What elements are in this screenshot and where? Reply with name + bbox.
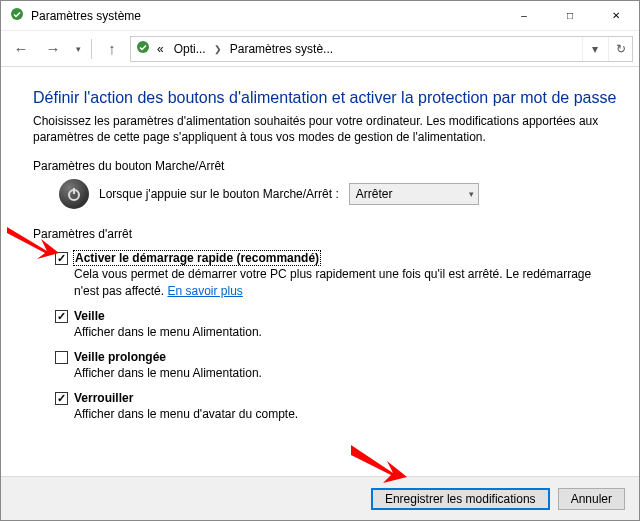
chevron-down-icon: ▾ — [469, 189, 474, 199]
page-heading: Définir l'action des boutons d'alimentat… — [33, 89, 617, 107]
address-dropdown[interactable]: ▾ — [582, 37, 606, 61]
power-button-label: Lorsque j'appuie sur le bouton Marche/Ar… — [99, 187, 339, 201]
checkbox-hibernate[interactable] — [55, 351, 68, 364]
navbar: ← → ▾ ↑ « Opti... ❯ Paramètres systè... … — [1, 31, 639, 67]
save-button[interactable]: Enregistrer les modifications — [371, 488, 550, 510]
power-button-row: Lorsque j'appuie sur le bouton Marche/Ar… — [59, 179, 607, 209]
window-title: Paramètres système — [31, 9, 501, 23]
content-area: Définir l'action des boutons d'alimentat… — [1, 67, 639, 442]
forward-button[interactable]: → — [39, 35, 67, 63]
page-intro: Choisissez les paramètres d'alimentation… — [33, 113, 607, 145]
option-lock: Verrouiller Afficher dans le menu d'avat… — [55, 391, 617, 422]
option-label[interactable]: Veille — [74, 309, 105, 323]
back-button[interactable]: ← — [7, 35, 35, 63]
option-sleep: Veille Afficher dans le menu Alimentatio… — [55, 309, 617, 340]
power-button-action-select[interactable]: Arrêter ▾ — [349, 183, 479, 205]
up-button[interactable]: ↑ — [98, 35, 126, 63]
titlebar: Paramètres système – □ ✕ — [1, 1, 639, 31]
checkbox-fast-startup[interactable] — [55, 252, 68, 265]
breadcrumb-root[interactable]: « — [153, 42, 168, 56]
shutdown-section-label: Paramètres d'arrêt — [33, 227, 617, 241]
breadcrumb-item[interactable]: Paramètres systè... — [226, 42, 337, 56]
learn-more-link[interactable]: En savoir plus — [167, 284, 242, 298]
maximize-button[interactable]: □ — [547, 1, 593, 31]
option-description: Afficher dans le menu Alimentation. — [74, 365, 617, 381]
footer: Enregistrer les modifications Annuler — [1, 476, 639, 520]
option-description: Cela vous permet de démarrer votre PC pl… — [74, 266, 617, 298]
select-value: Arrêter — [356, 187, 393, 201]
history-dropdown[interactable]: ▾ — [71, 35, 85, 63]
chevron-right-icon[interactable]: ❯ — [212, 44, 224, 54]
checkbox-sleep[interactable] — [55, 310, 68, 323]
option-fast-startup: Activer le démarrage rapide (recommandé)… — [55, 251, 617, 298]
power-icon — [59, 179, 89, 209]
power-options-icon — [9, 6, 25, 25]
option-label[interactable]: Activer le démarrage rapide (recommandé) — [74, 251, 320, 265]
svg-point-0 — [11, 8, 23, 20]
option-description: Afficher dans le menu Alimentation. — [74, 324, 617, 340]
refresh-button[interactable]: ↻ — [608, 37, 632, 61]
checkbox-lock[interactable] — [55, 392, 68, 405]
option-label[interactable]: Veille prolongée — [74, 350, 166, 364]
address-bar[interactable]: « Opti... ❯ Paramètres systè... ▾ ↻ — [130, 36, 633, 62]
power-options-icon — [135, 39, 151, 58]
minimize-button[interactable]: – — [501, 1, 547, 31]
power-button-section-label: Paramètres du bouton Marche/Arrêt — [33, 159, 617, 173]
option-hibernate: Veille prolongée Afficher dans le menu A… — [55, 350, 617, 381]
breadcrumb-item[interactable]: Opti... — [170, 42, 210, 56]
cancel-button[interactable]: Annuler — [558, 488, 625, 510]
close-button[interactable]: ✕ — [593, 1, 639, 31]
svg-point-1 — [137, 41, 149, 53]
option-description: Afficher dans le menu d'avatar du compte… — [74, 406, 617, 422]
option-label[interactable]: Verrouiller — [74, 391, 133, 405]
